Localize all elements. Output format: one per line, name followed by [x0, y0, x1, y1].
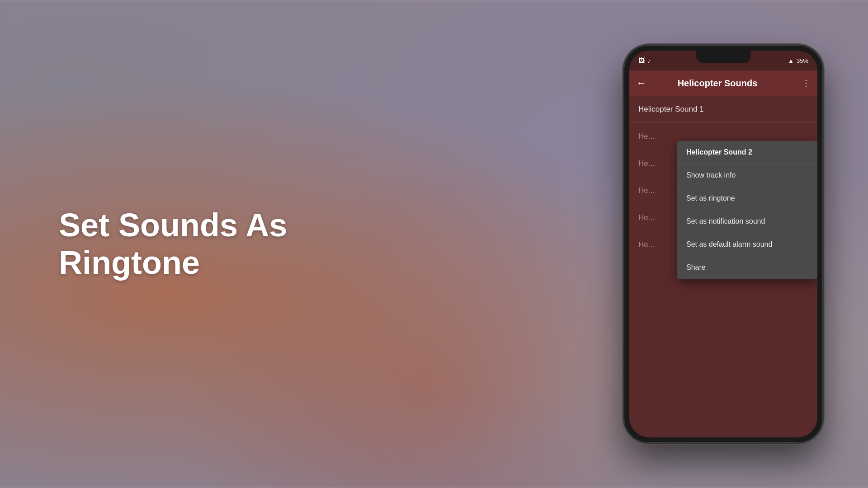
hero-line1: Set Sounds As: [59, 206, 287, 244]
context-menu-share[interactable]: Share: [677, 256, 817, 279]
context-menu-title: Helicopter Sound 2: [677, 141, 817, 164]
app-header: ← Helicopter Sounds ⋮: [629, 70, 817, 96]
phone-device: 🖼 ♪ ▲ 35% ← Helicopter Sounds ⋮ Helicopt…: [624, 45, 823, 443]
gallery-icon: 🖼: [638, 57, 645, 64]
status-left-icons: 🖼 ♪: [638, 57, 651, 64]
context-menu-set-notification[interactable]: Set as notification sound: [677, 210, 817, 233]
notch: [696, 51, 750, 63]
back-button[interactable]: ←: [637, 77, 646, 89]
hero-text: Set Sounds As Ringtone: [59, 206, 287, 282]
context-menu-set-alarm[interactable]: Set as default alarm sound: [677, 233, 817, 256]
music-icon: ♪: [647, 57, 651, 64]
sound-list: Helicopter Sound 1 He... He... He... He.…: [629, 96, 817, 258]
context-menu-show-track-info[interactable]: Show track info: [677, 164, 817, 187]
header-title: Helicopter Sounds: [652, 78, 783, 89]
context-menu-set-ringtone[interactable]: Set as ringtone: [677, 187, 817, 210]
context-menu: Helicopter Sound 2 Show track info Set a…: [677, 141, 817, 279]
status-bar: 🖼 ♪ ▲ 35%: [629, 51, 817, 70]
context-menu-overlay: Helicopter Sound 2 Show track info Set a…: [629, 96, 817, 258]
phone-screen: 🖼 ♪ ▲ 35% ← Helicopter Sounds ⋮ Helicopt…: [629, 51, 817, 437]
share-icon[interactable]: ⋮: [802, 78, 810, 88]
status-right: ▲ 35%: [788, 57, 808, 64]
signal-icon: ▲: [788, 57, 794, 64]
hero-line2: Ringtone: [59, 244, 287, 282]
phone-frame: 🖼 ♪ ▲ 35% ← Helicopter Sounds ⋮ Helicopt…: [624, 45, 823, 443]
battery-text: 35%: [797, 57, 808, 64]
